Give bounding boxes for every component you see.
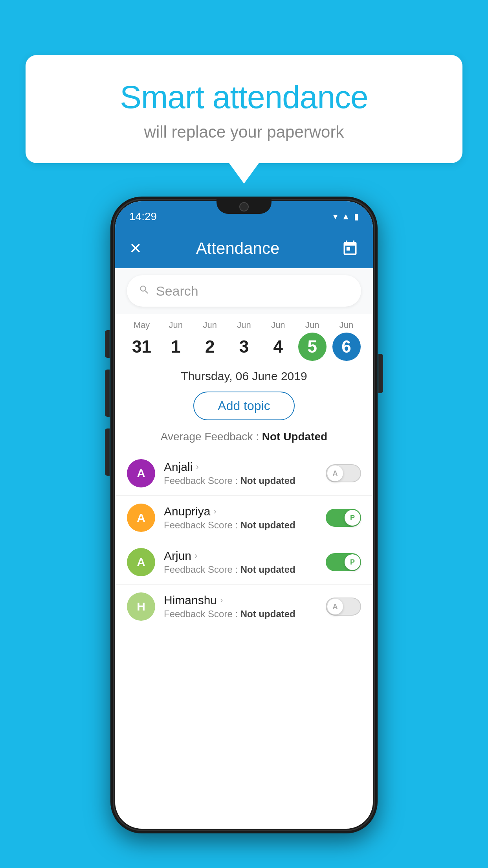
battery-icon: ▮	[354, 211, 359, 222]
front-camera	[239, 202, 249, 211]
student-list: AAnjali ›Feedback Score : Not updatedAAA…	[115, 451, 373, 629]
volume-up-button	[105, 330, 110, 358]
student-avatar: H	[127, 592, 155, 621]
phone-screen: 14:29 ▾ ▲ ▮ ✕ Attendance	[115, 201, 373, 829]
student-avatar: A	[127, 548, 155, 576]
cal-date-number: 2	[196, 333, 224, 361]
calendar-day[interactable]: Jun2	[193, 320, 227, 361]
add-topic-button[interactable]: Add topic	[193, 392, 294, 420]
cal-month-label: Jun	[193, 320, 227, 330]
toggle-knob: A	[327, 599, 343, 614]
student-avatar: A	[127, 459, 155, 487]
silent-button	[105, 428, 110, 476]
bubble-subtitle: will replace your paperwork	[53, 123, 435, 142]
calendar-day[interactable]: Jun4	[261, 320, 295, 361]
cal-month-label: Jun	[227, 320, 261, 330]
chevron-icon: ›	[196, 462, 198, 472]
student-info: Arjun ›Feedback Score : Not updated	[164, 549, 317, 575]
attendance-toggle[interactable]: A	[326, 464, 361, 482]
student-name: Anjali ›	[164, 460, 317, 474]
student-feedback: Feedback Score : Not updated	[164, 564, 317, 575]
calendar-day[interactable]: May31	[125, 320, 159, 361]
student-list-item[interactable]: AAnjali ›Feedback Score : Not updatedA	[115, 451, 373, 495]
student-list-item[interactable]: HHimanshu ›Feedback Score : Not updatedA	[115, 584, 373, 629]
feedback-summary: Average Feedback : Not Updated	[115, 427, 373, 451]
attendance-toggle[interactable]: A	[326, 598, 361, 616]
student-list-item[interactable]: AArjun ›Feedback Score : Not updatedP	[115, 540, 373, 584]
attendance-toggle[interactable]: P	[326, 553, 361, 571]
cal-month-label: Jun	[159, 320, 193, 330]
student-list-item[interactable]: AAnupriya ›Feedback Score : Not updatedP	[115, 495, 373, 540]
toggle-knob: A	[327, 465, 343, 481]
student-feedback: Feedback Score : Not updated	[164, 609, 317, 620]
speech-bubble: Smart attendance will replace your paper…	[26, 55, 462, 163]
cal-date-number: 1	[161, 333, 190, 361]
phone-mockup: 14:29 ▾ ▲ ▮ ✕ Attendance	[110, 197, 378, 833]
calendar-day[interactable]: Jun5	[295, 320, 329, 361]
bubble-title: Smart attendance	[53, 79, 435, 116]
student-info: Anupriya ›Feedback Score : Not updated	[164, 505, 317, 531]
cal-date-number: 31	[127, 333, 156, 361]
calendar-day[interactable]: Jun1	[159, 320, 193, 361]
toggle-knob: P	[345, 554, 360, 570]
wifi-icon: ▾	[333, 211, 338, 222]
search-placeholder: Search	[156, 283, 198, 299]
student-feedback: Feedback Score : Not updated	[164, 520, 317, 531]
cal-month-label: Jun	[261, 320, 295, 330]
app-bar-title: Attendance	[153, 239, 323, 258]
status-icons: ▾ ▲ ▮	[333, 211, 359, 222]
feedback-value: Not Updated	[262, 430, 327, 443]
app-bar: ✕ Attendance	[115, 229, 373, 268]
student-avatar: A	[127, 504, 155, 532]
phone-body: 14:29 ▾ ▲ ▮ ✕ Attendance	[110, 197, 378, 833]
chevron-icon: ›	[194, 551, 197, 561]
cal-date-number: 3	[230, 333, 258, 361]
volume-down-button	[105, 370, 110, 417]
selected-date-label: Thursday, 06 June 2019	[115, 361, 373, 388]
add-topic-container: Add topic	[115, 388, 373, 427]
student-feedback: Feedback Score : Not updated	[164, 475, 317, 486]
student-name: Arjun ›	[164, 549, 317, 563]
cal-month-label: Jun	[329, 320, 363, 330]
student-info: Anjali ›Feedback Score : Not updated	[164, 460, 317, 486]
cal-date-number: 6	[332, 333, 361, 361]
toggle-knob: P	[345, 510, 360, 526]
calendar-strip: May31Jun1Jun2Jun3Jun4Jun5Jun6	[115, 314, 373, 361]
power-button	[378, 354, 383, 393]
calendar-day[interactable]: Jun6	[329, 320, 363, 361]
close-button[interactable]: ✕	[129, 241, 142, 256]
signal-icon: ▲	[341, 211, 350, 222]
student-info: Himanshu ›Feedback Score : Not updated	[164, 594, 317, 620]
search-container: Search	[115, 268, 373, 314]
speech-bubble-container: Smart attendance will replace your paper…	[26, 55, 462, 163]
student-name: Anupriya ›	[164, 505, 317, 518]
cal-date-number: 5	[298, 333, 327, 361]
phone-notch	[216, 197, 272, 214]
attendance-toggle[interactable]: P	[326, 509, 361, 527]
search-bar[interactable]: Search	[127, 275, 361, 307]
status-time: 14:29	[129, 210, 157, 223]
calendar-day[interactable]: Jun3	[227, 320, 261, 361]
chevron-icon: ›	[213, 506, 216, 517]
cal-date-number: 4	[264, 333, 292, 361]
student-name: Himanshu ›	[164, 594, 317, 607]
chevron-icon: ›	[220, 595, 223, 605]
calendar-icon[interactable]	[341, 240, 359, 257]
search-icon	[139, 284, 150, 298]
cal-month-label: May	[125, 320, 159, 330]
feedback-label: Average Feedback :	[161, 430, 262, 443]
cal-month-label: Jun	[295, 320, 329, 330]
